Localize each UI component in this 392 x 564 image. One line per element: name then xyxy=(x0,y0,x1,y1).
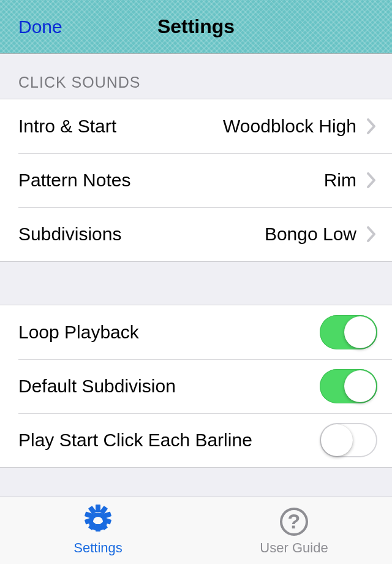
gear-icon xyxy=(82,506,114,538)
row-play-start-click: Play Start Click Each Barline xyxy=(0,413,392,467)
chevron-right-icon xyxy=(366,226,377,243)
toggles-group: Loop Playback Default Subdivision Play S… xyxy=(0,305,392,468)
row-loop-playback: Loop Playback xyxy=(0,305,392,359)
toggle-default-subdivision[interactable] xyxy=(320,369,377,403)
tab-label: Settings xyxy=(74,540,123,556)
help-icon: ? xyxy=(278,506,310,538)
row-label: Subdivisions xyxy=(18,224,121,245)
click-sounds-group: Intro & Start Woodblock High Pattern Not… xyxy=(0,99,392,262)
row-value: Bongo Low xyxy=(265,224,356,245)
done-button[interactable]: Done xyxy=(18,17,62,37)
section-gap xyxy=(0,262,392,305)
chevron-right-icon xyxy=(366,172,377,189)
row-value: Rim xyxy=(324,170,356,191)
page-title: Settings xyxy=(157,15,235,38)
tab-user-guide[interactable]: ? User Guide xyxy=(196,497,392,564)
row-label: Intro & Start xyxy=(18,116,116,137)
row-label: Play Start Click Each Barline xyxy=(18,430,252,451)
chevron-right-icon xyxy=(366,118,377,135)
row-intro-start[interactable]: Intro & Start Woodblock High xyxy=(0,99,392,153)
toggle-play-start-click[interactable] xyxy=(320,423,377,457)
row-value: Woodblock High xyxy=(223,116,356,137)
row-label: Default Subdivision xyxy=(18,376,176,397)
tab-bar: Settings ? User Guide xyxy=(0,497,392,564)
header-bar: Done Settings xyxy=(0,0,392,54)
toggle-loop-playback[interactable] xyxy=(320,315,377,349)
tab-settings[interactable]: Settings xyxy=(0,497,196,564)
row-default-subdivision: Default Subdivision xyxy=(0,359,392,413)
tab-label: User Guide xyxy=(260,540,328,556)
row-pattern-notes[interactable]: Pattern Notes Rim xyxy=(0,153,392,207)
section-header-click-sounds: CLICK SOUNDS xyxy=(0,54,392,99)
row-label: Loop Playback xyxy=(18,322,139,343)
row-subdivisions[interactable]: Subdivisions Bongo Low xyxy=(0,207,392,261)
row-label: Pattern Notes xyxy=(18,170,130,191)
